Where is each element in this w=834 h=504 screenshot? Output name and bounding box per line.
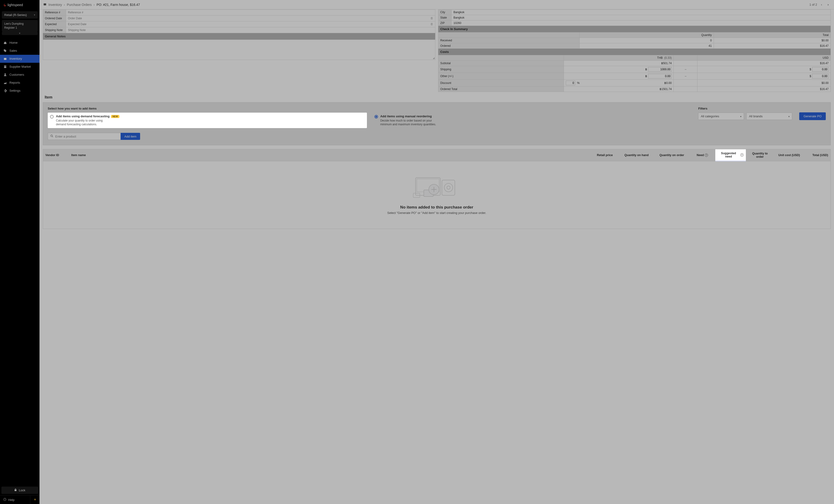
th-qty-on-hand[interactable]: Quantity on hand <box>619 149 654 161</box>
nav-inventory[interactable]: Inventory <box>0 55 40 63</box>
tag-icon <box>3 49 7 53</box>
discount-thb: ฿0.00 <box>581 81 672 85</box>
nav-reports[interactable]: Reports <box>0 79 40 87</box>
received-qty: 0 <box>579 38 714 43</box>
ordered-date-input[interactable]: Order Date🗓 <box>66 16 435 21</box>
th-suggested-need[interactable]: Suggested need? <box>715 149 746 161</box>
po-summary: CityBangkok StateBangkok ZIP10260 Check … <box>438 9 831 92</box>
pin-button[interactable] <box>30 496 40 504</box>
radio-demand-forecasting-input[interactable] <box>50 115 53 118</box>
nav-sales-label: Sales <box>9 49 17 52</box>
pager-text: 1 of 2 <box>809 3 817 6</box>
shipping-note-label: Shipping Note <box>43 27 66 33</box>
nav-supplier-market[interactable]: Supplier Market <box>0 63 40 71</box>
shop-expand-toggle[interactable]: ▾ <box>2 32 38 35</box>
th-total[interactable]: Total (USD) <box>802 149 831 161</box>
fx-rate: (0.33) <box>664 56 672 60</box>
empty-state-title: No items added to this purchase order <box>43 205 831 210</box>
shipping-usd-input[interactable] <box>812 67 829 72</box>
costs-header: Costs <box>438 49 831 55</box>
main-nav: Home Sales Inventory Supplier Market Cus… <box>0 39 40 95</box>
reference-input[interactable]: Reference # <box>66 9 435 16</box>
box-icon <box>3 57 7 61</box>
lock-button[interactable]: Lock <box>1 487 38 494</box>
nav-settings-label: Settings <box>9 89 20 92</box>
checkin-total-header: Total <box>714 32 831 38</box>
pager-next[interactable]: › <box>826 3 830 6</box>
expected-date-input[interactable]: Expected Date🗓 <box>66 21 435 27</box>
nav-home[interactable]: Home <box>0 39 40 47</box>
radio-manual-reordering[interactable]: Add items using manual reordering Decide… <box>372 113 691 128</box>
brands-select[interactable]: All brands <box>746 113 792 120</box>
reference-label: Reference # <box>43 9 66 16</box>
radio-demand-forecasting[interactable]: Add items using demand forecastingNEW Ca… <box>48 113 367 128</box>
discount-pct-input[interactable] <box>566 81 575 85</box>
pager-prev[interactable]: ‹ <box>819 3 824 6</box>
usd-header: USD <box>697 55 831 61</box>
product-search-placeholder: Enter a product <box>55 135 76 138</box>
brand-text: lightspeed <box>7 3 23 7</box>
product-search-input[interactable]: Enter a product <box>48 133 120 140</box>
shop-info[interactable]: Lee's Dumpling Register 1 <box>2 20 38 32</box>
shipping-label: Shipping <box>438 66 564 73</box>
other-usd-input[interactable] <box>812 74 829 79</box>
shipping-thb-input[interactable] <box>648 67 672 72</box>
items-table: Vendor ID Item name Retail price Quantit… <box>43 149 831 229</box>
radio-manual-reordering-desc: Decide how much to order based on your m… <box>380 119 437 126</box>
ordered-total-label: Ordered Total <box>438 87 564 92</box>
radio-demand-forecasting-title: Add items using demand forecasting <box>56 114 110 118</box>
help-button[interactable]: ? Help <box>0 496 30 504</box>
radio-manual-reordering-input[interactable] <box>374 115 378 118</box>
baht-icon: ฿ <box>645 74 647 78</box>
other-thb-input[interactable] <box>648 74 672 79</box>
th-need[interactable]: Need? <box>689 149 715 161</box>
nav-inventory-label: Inventory <box>9 57 22 60</box>
help-icon: ? <box>3 498 6 502</box>
breadcrumb: Inventory › Purchase Orders › PO: #21, F… <box>48 3 140 6</box>
general-notes-header: General Notes <box>43 33 435 40</box>
help-circle-icon[interactable]: ? <box>741 153 744 157</box>
th-vendor-id[interactable]: Vendor ID <box>43 149 69 161</box>
shop-selector[interactable]: Retail (R-Series) ▾ <box>2 11 38 19</box>
radio-demand-forecasting-desc: Calculate your quantity to order using d… <box>56 119 112 126</box>
help-circle-icon[interactable]: ? <box>705 154 708 157</box>
th-item-name[interactable]: Item name <box>69 149 591 161</box>
breadcrumb-current: PO: #21, Farm house, $16.47 <box>96 3 140 6</box>
ordered-date-label: Ordered Date <box>43 16 66 21</box>
nav-home-label: Home <box>9 41 18 44</box>
flame-icon <box>3 3 6 7</box>
home-icon <box>3 41 7 45</box>
calendar-icon: 🗓 <box>431 17 433 20</box>
nav-customers[interactable]: Customers <box>0 71 40 79</box>
th-qty-on-order[interactable]: Quantity on order <box>654 149 689 161</box>
shipping-note-input[interactable]: Shipping Note <box>66 27 435 33</box>
nav-sales[interactable]: Sales <box>0 47 40 55</box>
empty-state: No items added to this purchase order Se… <box>43 161 831 229</box>
received-total: $0.00 <box>714 38 831 43</box>
add-item-button[interactable]: Add item <box>120 133 140 140</box>
breadcrumb-purchase-orders[interactable]: Purchase Orders <box>67 3 92 6</box>
th-retail-price[interactable]: Retail price <box>591 149 619 161</box>
lock-label: Lock <box>19 488 25 492</box>
zip-value: 10260 <box>452 20 831 26</box>
general-notes-textarea[interactable]: ◢ <box>43 40 435 60</box>
received-label: Received <box>438 38 580 43</box>
pin-icon <box>34 498 37 502</box>
arrow-right-icon: → <box>674 73 697 80</box>
zip-label: ZIP <box>438 20 452 26</box>
chevron-down-icon: ▾ <box>34 14 35 17</box>
categories-select[interactable]: All categories <box>698 113 744 120</box>
topbar: Inventory › Purchase Orders › PO: #21, F… <box>40 0 834 9</box>
percent-icon: % <box>577 81 580 85</box>
breadcrumb-inventory[interactable]: Inventory <box>48 3 62 6</box>
empty-state-illustration <box>411 173 463 199</box>
store-icon <box>3 65 7 69</box>
generate-po-button[interactable]: Generate PO <box>799 112 826 120</box>
th-qty-to-order[interactable]: Quantity to order <box>746 149 774 161</box>
new-badge: NEW <box>111 115 119 118</box>
svg-point-6 <box>444 183 453 192</box>
radio-manual-reordering-title: Add items using manual reordering <box>380 114 437 118</box>
th-unit-cost[interactable]: Unit cost (USD) <box>774 149 802 161</box>
nav-settings[interactable]: Settings <box>0 87 40 95</box>
discount-usd: $0.00 <box>697 80 831 87</box>
